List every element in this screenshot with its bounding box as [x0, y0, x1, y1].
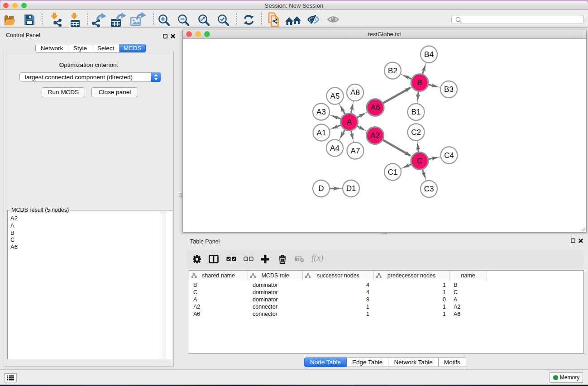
svg-text:A2: A2	[370, 131, 380, 140]
svg-text:B4: B4	[424, 50, 434, 59]
svg-text:B: B	[417, 78, 422, 87]
svg-text:B2: B2	[388, 67, 397, 75]
svg-text:A3: A3	[316, 108, 326, 116]
svg-text:B3: B3	[444, 85, 454, 94]
svg-text:C3: C3	[424, 185, 434, 193]
svg-text:A1: A1	[317, 129, 326, 137]
svg-text:D1: D1	[346, 184, 356, 193]
svg-text:B1: B1	[411, 108, 421, 116]
svg-text:A6: A6	[371, 103, 380, 112]
svg-text:A7: A7	[351, 147, 360, 155]
svg-text:C1: C1	[388, 168, 398, 176]
svg-text:A8: A8	[350, 88, 360, 97]
svg-text:D: D	[318, 184, 324, 193]
svg-text:A4: A4	[330, 144, 339, 152]
svg-text:C2: C2	[411, 128, 421, 137]
svg-text:A5: A5	[330, 92, 340, 100]
svg-text:C: C	[417, 157, 422, 165]
svg-text:C4: C4	[444, 151, 454, 160]
svg-text:A: A	[347, 118, 352, 126]
